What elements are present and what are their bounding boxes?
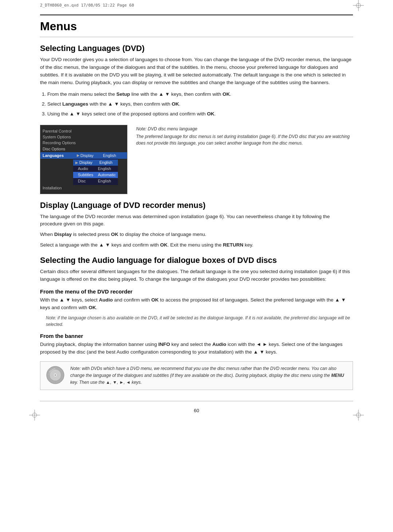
audio-body: Certain discs offer several different la…	[40, 268, 353, 283]
top-rule	[40, 15, 353, 15]
display-body1: The language of the DVD recorder menus w…	[40, 213, 353, 228]
bottom-rule	[40, 401, 353, 401]
page-number: 60	[40, 408, 353, 413]
section-title-display: Display (Language of DVD recorder menus)	[40, 201, 353, 210]
menu-item-system: System Options	[40, 134, 127, 140]
step-1: From the main menu select the Setup line…	[47, 90, 353, 99]
languages-intro: Your DVD recorder gives you a selection …	[40, 56, 353, 87]
menu-item-parental: Parental Control	[40, 128, 127, 134]
note-body: The preferred language for disc menus is…	[136, 133, 353, 146]
from-banner-body: During playback, display the information…	[40, 341, 353, 356]
from-menu-note: Note: if the language chosen is also ava…	[46, 315, 353, 328]
step-3: Using the ▲ ▼ keys select one of the pro…	[47, 110, 353, 118]
steps-list: From the main menu select the Setup line…	[47, 90, 353, 118]
icon-note-box: Note: with DVDs which have a DVD menu, w…	[40, 361, 353, 390]
from-banner-title: From the banner	[40, 333, 353, 339]
section-rule-1	[40, 37, 353, 37]
display-body2: When Display is selected press OK to dis…	[40, 231, 353, 239]
note-title: Note: DVD disc menu language	[136, 126, 353, 132]
menu-item-installation: Installation	[40, 185, 127, 191]
menu-item-disc-options: Disc Options	[40, 146, 127, 152]
from-menu-title: From the menu of the DVD recorder	[40, 288, 353, 295]
dvd-disc-icon	[45, 365, 65, 385]
section-title-audio: Selecting the Audio language for dialogu…	[40, 256, 353, 265]
menu-note-box: Note: DVD disc menu language The preferr…	[136, 125, 353, 146]
display-body3: Select a language with the ▲ ▼ keys and …	[40, 241, 353, 249]
menu-image-area: Parental Control System Options Recordin…	[40, 125, 353, 194]
menu-item-languages: Languages ▶ Display English	[40, 152, 127, 159]
step-2: Select Languages with the ▲ ▼ keys, then…	[47, 100, 353, 109]
crosshair-bottom-left	[29, 410, 40, 421]
file-metadata: 2_DTH8060_en.qxd 17/08/05 12:22 Page 60	[40, 3, 134, 8]
crosshair-bottom-right	[353, 410, 364, 421]
section-title-languages: Selecting Languages (DVD)	[40, 44, 353, 53]
menu-item-recording: Recording Options	[40, 140, 127, 146]
svg-point-6	[55, 374, 56, 376]
crosshair-top-right	[353, 0, 364, 11]
menu-screenshot: Parental Control System Options Recordin…	[40, 125, 127, 194]
dvd-icon-svg	[46, 366, 65, 385]
from-menu-body: With the ▲ ▼ keys, select Audio and conf…	[40, 296, 353, 312]
page-title: Menus	[40, 20, 353, 33]
icon-note-text: Note: with DVDs which have a DVD menu, w…	[70, 365, 348, 386]
